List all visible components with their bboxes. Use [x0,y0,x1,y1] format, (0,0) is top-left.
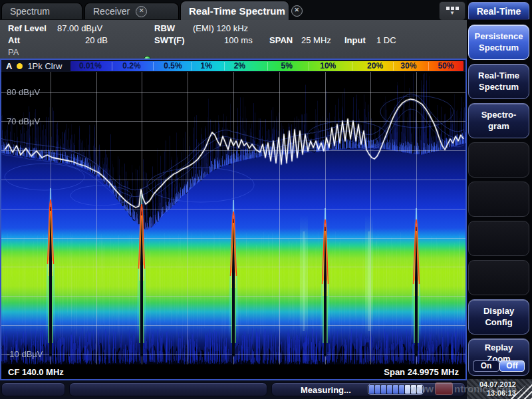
softkey-spectro-gram[interactable]: Spectro- gram [468,103,529,138]
ref-level-value[interactable]: 87.00 dBµV [57,23,102,33]
swt-value[interactable]: 100 ms [224,35,253,45]
datetime-readout: 04.07.2012 13:06:13 [479,380,516,398]
colorbar-label: 0.01% [79,61,102,71]
tab-bar: Spectrum Receiver ✕ Real-Time Spectrum ✕… [0,0,467,20]
persistence-display[interactable] [1,72,466,364]
softkey-replay-zoom[interactable]: Replay ZoomOnOff [468,338,529,376]
graph-header: A 1Pk Clrw 0.01%0.2%0.5%1%2%5%10%20%30%5… [1,60,466,72]
colorbar-tick [112,62,112,70]
status-segment [69,382,267,396]
colorbar-label: 30% [400,61,416,71]
close-icon[interactable]: ✕ [291,5,303,17]
colorbar-tick [224,62,225,70]
graph-window: A 1Pk Clrw 0.01%0.2%0.5%1%2%5%10%20%30%5… [0,59,467,380]
trace-dot-icon [17,63,23,69]
colorbar-tick [428,62,429,70]
softkey-label: Persistence Spectrum [475,31,523,54]
date-value: 04.07.2012 [479,380,516,389]
trace-label[interactable]: 1Pk Clrw [27,61,62,71]
colorbar-tick [267,62,268,70]
swt-label: SWT(F) [154,35,184,45]
colorbar-label: 0.5% [164,61,182,71]
colorbar-label: 5% [281,61,293,71]
center-frequency[interactable]: CF 140.0 MHz [8,367,64,377]
tab-spectrum[interactable]: Spectrum [1,3,82,19]
softkey-label: Display Config [483,306,514,329]
measuring-status: Measuring... [301,385,351,395]
att-label: Att [8,35,20,45]
span-readout[interactable]: Span 24.9975 MHz [384,367,459,377]
softkey-empty[interactable] [468,182,529,217]
close-icon[interactable]: ✕ [136,6,147,17]
tab-label: Spectrum [10,6,50,17]
status-bar: Measuring... [0,380,467,399]
progress-cell [369,385,374,394]
colorbar-label: 20% [367,61,383,71]
pa-label: PA [8,47,19,57]
rbw-value[interactable]: (EMI) 120 kHz [193,23,248,33]
colorbar: 0.01%0.2%0.5%1%2%5%10%20%30%50% [70,61,464,71]
softkey-real-time-spectrum[interactable]: Real-Time Spectrum [468,64,529,99]
progress-cell [417,385,422,394]
colorbar-label: 0.2% [122,61,140,71]
att-value[interactable]: 20 dB [85,35,108,45]
colorbar-tick [153,62,154,70]
colorbar-tick [352,62,352,70]
softkey-empty[interactable] [468,260,529,295]
replay-zoom-off-toggle[interactable]: Off [499,360,525,372]
colorbar-tick [393,62,394,70]
settings-bar: Ref Level 87.00 dBµV RBW (EMI) 120 kHz A… [0,20,467,59]
windows-icon [446,7,459,10]
analyzer-screen: Spectrum Receiver ✕ Real-Time Spectrum ✕… [0,0,532,399]
colorbar-label: 1% [200,61,211,71]
progress-cell [375,385,380,394]
tab-receiver[interactable]: Receiver ✕ [84,3,179,19]
colorbar-label: 50% [438,61,454,71]
softkey-empty[interactable] [468,142,529,178]
rbw-label: RBW [154,23,175,33]
frequency-bar: CF 140.0 MHz Span 24.9975 MHz [1,364,466,379]
tab-realtime-spectrum[interactable]: Real-Time Spectrum ✕ [180,1,289,20]
progress-cell [387,385,392,394]
colorbar-tick [309,62,309,70]
status-segment [1,382,65,396]
tab-label: Receiver [93,6,130,17]
progress-cell [381,385,386,394]
datetime-panel: 04.07.2012 13:06:13 [467,379,532,399]
span-label: SPAN [269,35,293,45]
progress-cell [405,385,410,394]
tab-overflow-button[interactable]: ▼ [439,1,466,21]
softkey-label: Spectro- gram [481,110,517,132]
progress-cell [411,385,416,394]
softkey-display-config[interactable]: Display Config [468,299,529,334]
input-value[interactable]: 1 DC [376,35,396,45]
softkey-label: Real-Time Spectrum [478,70,519,93]
tab-label: Real-Time Spectrum [189,5,285,17]
progress-cell [393,385,398,394]
softkey-column: Real-Time Persistence SpectrumReal-Time … [467,0,532,399]
span-value[interactable]: 25 MHz [301,35,331,45]
progress-cell [399,385,404,394]
softkey-menu-title: Real-Time [468,2,529,20]
colorbar-label: 2% [234,61,245,71]
time-value: 13:06:13 [479,389,516,398]
colorbar-tick [191,62,192,70]
window-id: A [6,61,12,71]
measure-progress-bar [368,384,424,395]
softkey-empty[interactable] [468,221,529,256]
input-label: Input [344,35,366,45]
replay-zoom-on-toggle[interactable]: On [473,360,499,372]
softkey-persistence-spectrum[interactable]: Persistence Spectrum [468,25,529,60]
ref-level-label: Ref Level [8,23,47,33]
colorbar-label: 10% [320,61,336,71]
chevron-down-icon: ▼ [450,11,455,16]
